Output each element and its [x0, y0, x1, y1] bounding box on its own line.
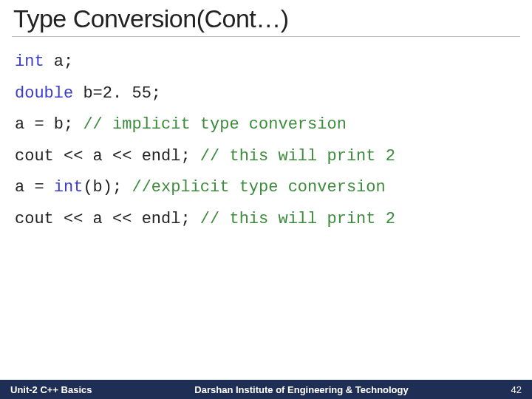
code-comment: // implicit type conversion	[83, 115, 346, 134]
code-text: a;	[44, 52, 74, 71]
footer-page-number: 42	[511, 384, 522, 395]
keyword: double	[15, 84, 73, 103]
code-text: (b);	[83, 178, 132, 197]
code-line-2: double b=2. 55;	[15, 83, 517, 105]
code-line-4: cout << a << endl; // this will print 2	[15, 146, 517, 168]
code-text: cout << a << endl;	[15, 147, 200, 166]
code-block: int a; double b=2. 55; a = b; // implici…	[0, 37, 532, 231]
code-line-5: a = int(b); //explicit type conversion	[15, 177, 517, 199]
footer-left: Unit-2 C++ Basics	[10, 384, 92, 395]
keyword: int	[15, 52, 44, 71]
code-comment: // this will print 2	[200, 210, 395, 228]
slide-footer: Unit-2 C++ Basics Darshan Institute of E…	[0, 380, 532, 399]
footer-center: Darshan Institute of Engineering & Techn…	[92, 384, 511, 395]
code-line-3: a = b; // implicit type conversion	[15, 115, 517, 136]
code-text: a =	[15, 178, 54, 197]
code-comment: // this will print 2	[200, 147, 395, 166]
keyword: int	[54, 178, 83, 197]
code-text: cout << a << endl;	[15, 210, 200, 228]
code-text: a = b;	[15, 115, 83, 134]
code-comment: //explicit type conversion	[132, 178, 385, 197]
code-text: b=2. 55;	[73, 84, 161, 103]
code-line-1: int a;	[15, 52, 517, 73]
page-title: Type Conversion(Cont…)	[0, 0, 532, 36]
code-line-6: cout << a << endl; // this will print 2	[15, 209, 517, 231]
